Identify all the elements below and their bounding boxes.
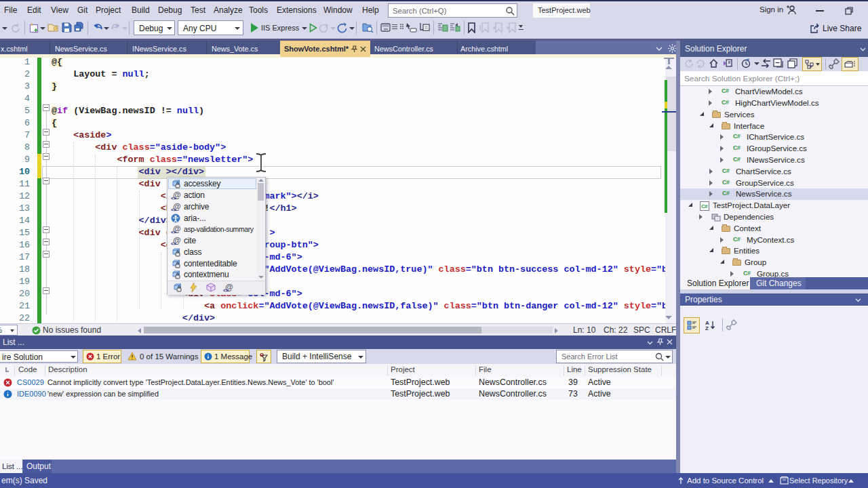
svg-text:Z: Z bbox=[705, 325, 709, 331]
svg-text:C#: C# bbox=[701, 203, 708, 209]
